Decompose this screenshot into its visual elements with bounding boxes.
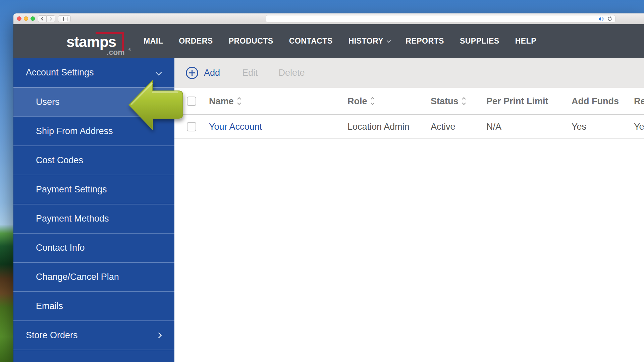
browser-titlebar[interactable] xyxy=(13,13,644,24)
address-bar-icons xyxy=(598,16,612,21)
users-table-header: Name Role Status Per Print Limit Add Fun… xyxy=(174,88,644,115)
sidebar-item-payment-settings[interactable]: Payment Settings xyxy=(13,175,174,204)
column-header-truncated: Re xyxy=(634,96,644,106)
sidebar-item-contact-info[interactable]: Contact Info xyxy=(13,233,174,262)
chevron-down-icon xyxy=(156,69,162,75)
user-role: Location Admin xyxy=(347,121,410,132)
menu-item-supplies[interactable]: SUPPLIES xyxy=(460,37,499,46)
close-button[interactable] xyxy=(17,16,21,21)
app-navbar: stamps .com ® MAIL ORDERS PRODUCTS CONTA… xyxy=(13,24,644,58)
chevron-down-icon xyxy=(387,39,391,43)
logo-tld: .com xyxy=(107,48,125,57)
sidebar-row-partial xyxy=(13,350,174,362)
forward-button[interactable] xyxy=(47,15,55,22)
chevron-right-icon xyxy=(156,332,162,338)
sort-icon xyxy=(463,98,465,105)
menu-item-reports[interactable]: REPORTS xyxy=(406,37,444,46)
window-controls xyxy=(17,16,35,21)
edit-user-button[interactable]: Edit xyxy=(220,68,258,78)
back-chevron-icon xyxy=(41,17,45,20)
user-add-funds: Yes xyxy=(572,121,586,132)
logo-registered-mark: ® xyxy=(128,48,131,52)
sidebar-section-store-orders[interactable]: Store Orders xyxy=(13,320,174,350)
sort-icon xyxy=(238,98,240,105)
settings-sidebar: Account Settings Users Ship From Address… xyxy=(13,58,174,362)
menu-item-products[interactable]: PRODUCTS xyxy=(229,37,273,46)
sidebar-item-emails[interactable]: Emails xyxy=(13,291,174,320)
menu-item-history[interactable]: HISTORY xyxy=(348,37,390,46)
column-header-name[interactable]: Name xyxy=(209,96,240,106)
address-bar[interactable] xyxy=(266,15,615,22)
select-all-checkbox[interactable] xyxy=(187,97,196,106)
table-row: Your Account Location Admin Active N/A Y… xyxy=(174,115,644,139)
delete-user-button[interactable]: Delete xyxy=(258,68,305,78)
sidebar-item-cost-codes[interactable]: Cost Codes xyxy=(13,145,174,175)
sidebar-toggle-button[interactable] xyxy=(58,15,71,22)
column-header-status[interactable]: Status xyxy=(431,96,465,106)
sort-icon xyxy=(371,98,374,105)
menu-item-mail[interactable]: MAIL xyxy=(144,37,163,46)
back-button[interactable] xyxy=(38,15,47,22)
sidebar-item-ship-from-address[interactable]: Ship From Address xyxy=(13,116,174,145)
add-user-button[interactable]: Add xyxy=(186,67,220,79)
column-header-role[interactable]: Role xyxy=(347,96,374,106)
users-content-panel: Add Edit Delete Name Role Status xyxy=(174,58,644,362)
sidebar-item-users[interactable]: Users xyxy=(13,87,174,116)
add-plus-circle-icon xyxy=(186,67,198,79)
user-per-print-limit: N/A xyxy=(486,121,501,132)
stamps-logo[interactable]: stamps .com ® xyxy=(66,30,144,53)
sidebar-item-change-cancel-plan[interactable]: Change/Cancel Plan xyxy=(13,262,174,291)
main-menu: MAIL ORDERS PRODUCTS CONTACTS HISTORY RE… xyxy=(144,24,536,58)
sidebar-toggle-wrap xyxy=(58,15,71,22)
menu-item-contacts[interactable]: CONTACTS xyxy=(289,37,333,46)
sidebar-item-payment-methods[interactable]: Payment Methods xyxy=(13,204,174,233)
sidebar-toggle-icon xyxy=(62,17,67,21)
user-name-link: Your Account xyxy=(209,121,262,132)
column-header-per-print-limit: Per Print Limit xyxy=(486,96,548,106)
audio-speaker-icon[interactable] xyxy=(598,16,604,21)
browser-window: stamps .com ® MAIL ORDERS PRODUCTS CONTA… xyxy=(13,13,644,362)
row-checkbox[interactable] xyxy=(187,122,196,131)
reload-icon[interactable] xyxy=(607,16,612,21)
menu-item-help[interactable]: HELP xyxy=(515,37,536,46)
user-status: Active xyxy=(431,121,455,132)
forward-chevron-icon xyxy=(48,17,52,20)
menu-item-orders[interactable]: ORDERS xyxy=(179,37,213,46)
minimize-button[interactable] xyxy=(24,16,28,21)
history-nav-buttons xyxy=(38,15,55,22)
user-truncated-cell: Ye xyxy=(634,121,644,132)
sidebar-section-account-settings[interactable]: Account Settings xyxy=(13,58,174,87)
column-header-add-funds: Add Funds xyxy=(572,96,619,106)
users-toolbar: Add Edit Delete xyxy=(174,58,644,88)
zoom-button[interactable] xyxy=(31,16,35,21)
